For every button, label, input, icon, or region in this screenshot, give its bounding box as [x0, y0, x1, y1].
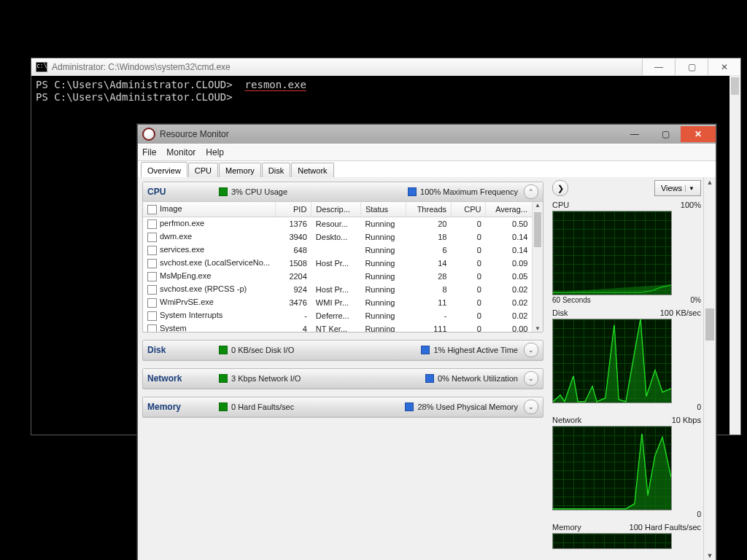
checkbox[interactable]: [147, 246, 157, 255]
tab-network[interactable]: Network: [291, 163, 333, 178]
table-row[interactable]: dwm.exe3940Deskto...Running1800.14: [143, 230, 533, 244]
chart-min: 0: [697, 510, 701, 518]
cmd-scrollbar[interactable]: [729, 76, 740, 435]
network-io-label: 3 Kbps Network I/O: [231, 374, 301, 383]
rm-title: Resource Monitor: [160, 129, 619, 139]
tab-cpu[interactable]: CPU: [188, 163, 218, 178]
section-title: Disk: [147, 345, 213, 355]
checkbox[interactable]: [147, 311, 157, 321]
scroll-up-icon[interactable]: ▲: [704, 177, 716, 187]
network-section: Network 3 Kbps Network I/O 0% Network Ut…: [142, 368, 543, 389]
menu-monitor[interactable]: Monitor: [166, 147, 196, 158]
section-title: Network: [147, 373, 213, 384]
col-threads[interactable]: Threads: [406, 202, 451, 217]
active-indicator-icon: [421, 346, 430, 354]
minimize-button[interactable]: —: [619, 126, 650, 142]
memory-chart-canvas: [552, 533, 672, 549]
usage-indicator-icon: [219, 187, 228, 196]
checkbox[interactable]: [147, 324, 157, 332]
table-row[interactable]: WmiPrvSE.exe3476WMI Pr...Running1100.02: [143, 296, 533, 309]
right-pane: ❯ Views ▼ CPU100% 60 Seconds0% Disk100 K…: [548, 177, 704, 560]
chart-xmin: 60 Seconds: [552, 296, 591, 304]
scroll-thumb[interactable]: [705, 308, 714, 341]
expand-icon[interactable]: ⌄: [524, 400, 538, 414]
menu-file[interactable]: File: [142, 147, 156, 158]
memory-section-header[interactable]: Memory 0 Hard Faults/sec 28% Used Physic…: [143, 397, 543, 417]
util-indicator-icon: [425, 374, 434, 383]
col-average[interactable]: Averag...: [486, 202, 533, 217]
cpu-table: Image PID Descrip... Status Threads CPU …: [143, 202, 543, 332]
col-image[interactable]: Image: [143, 202, 276, 217]
network-section-header[interactable]: Network 3 Kbps Network I/O 0% Network Ut…: [143, 369, 543, 389]
left-pane: CPU 3% CPU Usage 100% Maximum Frequency …: [138, 177, 548, 560]
checkbox[interactable]: [147, 205, 157, 214]
minimize-button[interactable]: —: [642, 59, 675, 75]
col-status[interactable]: Status: [360, 202, 406, 217]
table-row[interactable]: System Interrupts-Deferre...Running-00.0…: [143, 309, 533, 322]
col-description[interactable]: Descrip...: [311, 202, 361, 217]
freq-indicator-icon: [408, 187, 417, 196]
table-row[interactable]: svchost.exe (RPCSS -p)924Host Pr...Runni…: [143, 283, 533, 296]
chart-max: 10 Kbps: [672, 416, 701, 424]
scroll-thumb[interactable]: [731, 77, 739, 95]
maximize-button[interactable]: ▢: [675, 59, 708, 75]
tab-memory[interactable]: Memory: [219, 163, 261, 178]
cpu-freq-label: 100% Maximum Frequency: [420, 187, 518, 196]
table-row[interactable]: System4NT Ker...Running11100.00: [143, 322, 533, 332]
col-cpu[interactable]: CPU: [452, 202, 486, 217]
network-mini-chart: Network10 Kbps 0: [552, 416, 701, 518]
collapse-icon[interactable]: ⌃: [524, 184, 538, 199]
checkbox[interactable]: [147, 298, 157, 308]
col-pid[interactable]: PID: [276, 202, 311, 217]
cmd-titlebar[interactable]: c:\ Administrator: C:\Windows\system32\c…: [31, 58, 740, 77]
views-dropdown[interactable]: Views ▼: [654, 180, 701, 196]
section-title: CPU: [147, 187, 213, 197]
table-row[interactable]: svchost.exe (LocalServiceNo...1508Host P…: [143, 257, 533, 270]
chart-title: Memory: [552, 523, 581, 532]
table-header-row: Image PID Descrip... Status Threads CPU …: [143, 202, 533, 217]
memory-section: Memory 0 Hard Faults/sec 28% Used Physic…: [142, 397, 543, 418]
chart-min: 0%: [691, 296, 701, 304]
scroll-down-icon[interactable]: ▼: [533, 325, 543, 332]
resource-monitor-icon: [142, 128, 155, 141]
scroll-thumb[interactable]: [534, 212, 541, 247]
io-indicator-icon: [219, 374, 228, 383]
close-button[interactable]: ✕: [708, 59, 740, 75]
checkbox[interactable]: [147, 219, 157, 229]
cpu-mini-chart: CPU100% 60 Seconds0%: [552, 201, 701, 304]
tab-strip: Overview CPU Memory Disk Network: [138, 161, 716, 178]
chart-max: 100 KB/sec: [660, 308, 701, 317]
maximize-button[interactable]: ▢: [650, 126, 681, 142]
chart-max: 100 Hard Faults/sec: [630, 523, 701, 532]
checkbox[interactable]: [147, 285, 157, 295]
table-row[interactable]: services.exe648Running600.14: [143, 244, 533, 257]
views-label: Views: [661, 184, 682, 192]
close-button[interactable]: ✕: [681, 126, 716, 142]
tab-disk[interactable]: Disk: [262, 163, 290, 178]
cmd-title: Administrator: C:\Windows\system32\cmd.e…: [52, 62, 642, 72]
disk-section-header[interactable]: Disk 0 KB/sec Disk I/O 1% Highest Active…: [143, 341, 543, 360]
table-row[interactable]: MsMpEng.exe2204Running2800.05: [143, 270, 533, 283]
expand-icon[interactable]: ⌄: [524, 343, 538, 357]
rm-titlebar[interactable]: Resource Monitor — ▢ ✕: [138, 125, 716, 144]
expand-icon[interactable]: ⌄: [524, 371, 538, 386]
table-scrollbar[interactable]: ▲ ▼: [532, 202, 543, 332]
checkbox[interactable]: [147, 272, 157, 281]
network-chart-canvas: [552, 426, 672, 510]
checkbox[interactable]: [147, 233, 157, 242]
cpu-section-header[interactable]: CPU 3% CPU Usage 100% Maximum Frequency …: [143, 182, 543, 202]
tab-overview[interactable]: Overview: [141, 162, 187, 178]
menu-bar: File Monitor Help: [138, 144, 716, 161]
svg-marker-1: [553, 434, 671, 510]
network-util-label: 0% Network Utilization: [438, 374, 518, 383]
checkbox[interactable]: [147, 259, 157, 268]
chart-title: CPU: [552, 201, 569, 209]
menu-help[interactable]: Help: [206, 147, 224, 158]
collapse-right-pane-icon[interactable]: ❯: [552, 180, 568, 196]
scroll-down-icon[interactable]: ▼: [704, 551, 716, 560]
used-indicator-icon: [405, 402, 414, 411]
memory-faults-label: 0 Hard Faults/sec: [231, 402, 294, 411]
scroll-up-icon[interactable]: ▲: [533, 202, 543, 209]
table-row[interactable]: perfmon.exe1376Resour...Running2000.50: [143, 217, 533, 231]
rm-vertical-scrollbar[interactable]: ▲ ▼: [703, 177, 716, 560]
